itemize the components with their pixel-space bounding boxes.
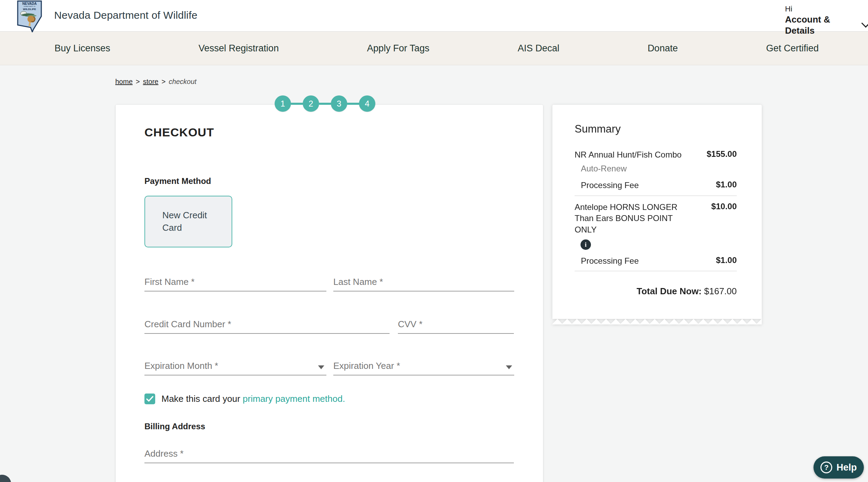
item-name: NR Annual Hunt/Fish Combo <box>575 149 682 160</box>
step-4[interactable]: 4 <box>359 95 375 112</box>
breadcrumb-current: checkout <box>169 78 197 86</box>
item-name: Processing Fee <box>581 180 639 191</box>
nav-vessel-registration[interactable]: Vessel Registration <box>199 43 279 54</box>
breadcrumb-separator: > <box>136 78 140 86</box>
address-input[interactable] <box>144 448 514 463</box>
expiration-month-select[interactable]: Expiration Month * <box>144 360 326 375</box>
checkbox-label: Make this card your <box>161 394 243 404</box>
first-name-input[interactable] <box>144 277 326 291</box>
help-label: Help <box>836 462 857 473</box>
summary-line-item: Processing Fee $1.00 <box>575 255 737 267</box>
payment-method-heading: Payment Method <box>144 176 211 186</box>
summary-line-item: Antelope HORNS LONGER Than Ears BONUS PO… <box>575 202 737 235</box>
dropdown-caret-icon <box>506 365 512 369</box>
first-name-field[interactable] <box>144 276 326 291</box>
main-nav: Buy Licenses Vessel Registration Apply F… <box>0 32 868 65</box>
expiration-month-label: Expiration Month * <box>144 361 218 375</box>
last-name-field[interactable] <box>333 276 514 291</box>
step-2[interactable]: 2 <box>303 95 319 112</box>
page-title: CHECKOUT <box>144 126 214 139</box>
divider <box>575 195 737 196</box>
total-due-value: $167.00 <box>704 286 737 296</box>
total-due-label: Total Due Now: <box>637 286 702 296</box>
item-name: Processing Fee <box>581 255 639 267</box>
item-note-auto-renew: Auto-Renew <box>575 164 737 174</box>
total-due-row: Total Due Now: $167.00 <box>575 286 737 297</box>
account-label: Account & Details <box>785 14 857 36</box>
credit-card-number-input[interactable] <box>144 319 390 333</box>
logo-text-wildlife: WILDLIFE <box>23 8 36 11</box>
checkout-card: CHECKOUT Payment Method New Credit Card … <box>116 105 543 482</box>
billing-address-heading: Billing Address <box>144 422 205 431</box>
help-button[interactable]: ? Help <box>813 456 864 479</box>
nav-donate[interactable]: Donate <box>648 43 678 54</box>
greeting-text: Hi <box>785 4 868 14</box>
expiration-year-select[interactable]: Expiration Year * <box>333 360 514 375</box>
nevada-wildlife-logo[interactable]: NEVADA DEPARTMENT OF WILDLIFE <box>17 0 42 32</box>
item-price: $10.00 <box>711 202 737 211</box>
primary-payment-row: Make this card your primary payment meth… <box>144 394 345 404</box>
cvv-input[interactable] <box>398 319 514 333</box>
step-connector <box>291 103 303 105</box>
summary-line-item: Processing Fee $1.00 <box>575 180 737 191</box>
question-mark-icon: ? <box>820 462 832 473</box>
logo-text-nevada: NEVADA <box>22 2 36 6</box>
site-title: Nevada Department of Wildlife <box>54 9 198 21</box>
check-icon <box>146 396 153 402</box>
summary-title: Summary <box>575 105 737 135</box>
nav-buy-licenses[interactable]: Buy Licenses <box>55 43 110 54</box>
step-3[interactable]: 3 <box>331 95 347 112</box>
cvv-field[interactable] <box>398 318 514 334</box>
step-connector <box>319 103 331 105</box>
summary-card: Summary NR Annual Hunt/Fish Combo $155.0… <box>552 105 762 324</box>
divider <box>575 271 737 271</box>
item-price: $1.00 <box>716 180 737 189</box>
dropdown-caret-icon <box>318 365 324 369</box>
credit-card-number-field[interactable] <box>144 318 390 334</box>
breadcrumb-store[interactable]: store <box>143 78 158 86</box>
header: NEVADA DEPARTMENT OF WILDLIFE Nevada Dep… <box>0 0 868 32</box>
item-price: $155.00 <box>707 149 737 159</box>
address-field[interactable] <box>144 447 514 463</box>
breadcrumb-home[interactable]: home <box>115 78 133 86</box>
step-1[interactable]: 1 <box>275 95 291 112</box>
payment-option-new-credit-card[interactable]: New Credit Card <box>144 196 232 247</box>
chevron-down-icon <box>861 18 868 27</box>
corner-widget-icon[interactable] <box>0 475 11 482</box>
nav-get-certified[interactable]: Get Certified <box>766 43 819 54</box>
breadcrumb: home > store > checkout <box>115 78 197 86</box>
primary-payment-checkbox[interactable] <box>144 394 155 404</box>
step-connector <box>347 103 359 105</box>
last-name-input[interactable] <box>333 277 514 291</box>
receipt-zigzag-edge <box>552 319 762 324</box>
account-menu[interactable]: Hi Account & Details <box>785 4 868 36</box>
info-icon[interactable]: i <box>581 239 591 250</box>
breadcrumb-separator: > <box>161 78 166 86</box>
item-name: Antelope HORNS LONGER Than Ears BONUS PO… <box>575 202 694 235</box>
nav-apply-for-tags[interactable]: Apply For Tags <box>367 43 429 54</box>
expiration-year-label: Expiration Year * <box>333 361 400 375</box>
summary-line-item: NR Annual Hunt/Fish Combo $155.00 <box>575 149 737 160</box>
nav-ais-decal[interactable]: AIS Decal <box>518 43 559 54</box>
nevada-state-icon: NEVADA DEPARTMENT OF WILDLIFE <box>17 0 42 32</box>
primary-payment-method-link[interactable]: primary payment method. <box>243 394 345 404</box>
item-price: $1.00 <box>716 255 737 265</box>
logo-text-dept: DEPARTMENT OF <box>24 6 35 7</box>
payment-option-label: New Credit Card <box>162 209 215 234</box>
checkout-steps: 1 2 3 4 <box>275 95 375 112</box>
